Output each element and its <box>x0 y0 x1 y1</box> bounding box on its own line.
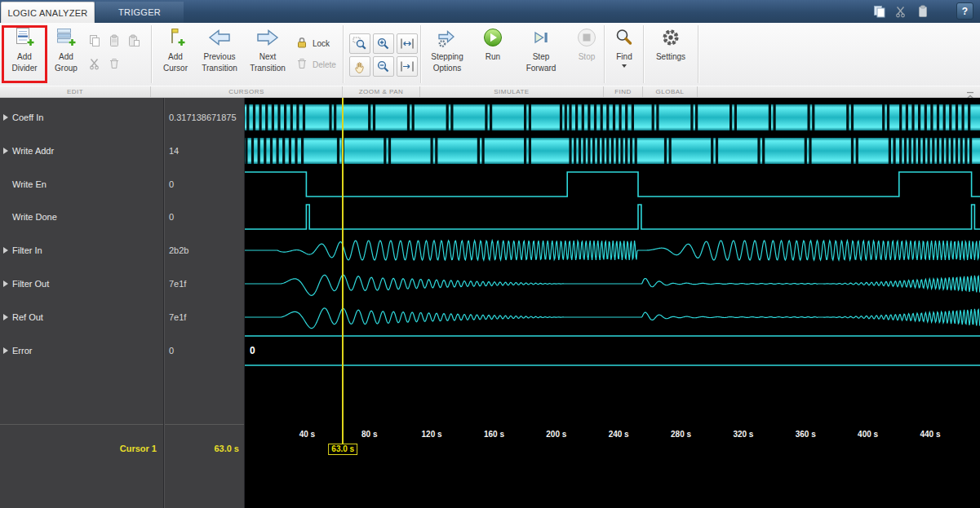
cursor-name-label[interactable]: Cursor 1 <box>0 444 157 453</box>
time-tick-label: 240 s <box>609 430 629 439</box>
zoom-pan-buttons <box>349 33 418 77</box>
run-button[interactable]: Run <box>477 27 509 62</box>
signal-value: 7e1f <box>169 279 186 289</box>
signal-row-coeff-in[interactable]: Coeff In 0.317138671875 <box>0 101 243 134</box>
add-group-button[interactable]: Add Group <box>47 27 85 73</box>
zoom-region-icon[interactable] <box>349 33 370 54</box>
stepping-options-icon <box>437 27 458 51</box>
button-label: Delete <box>313 60 336 69</box>
stop-button[interactable]: Stop <box>571 27 602 62</box>
paste-icon[interactable] <box>915 3 931 20</box>
add-group-icon <box>55 27 77 51</box>
section-label-cursors: CURSORS <box>151 86 343 97</box>
time-tick-label: 40 s <box>299 430 315 439</box>
fit-width-icon[interactable] <box>397 33 418 54</box>
button-label: Cursor <box>163 64 188 73</box>
svg-text:0: 0 <box>250 345 255 356</box>
next-transition-button[interactable]: Next Transition <box>245 27 290 73</box>
button-label: Step <box>533 52 550 62</box>
signal-row-write-addr[interactable]: Write Addr 14 <box>0 135 243 167</box>
signal-row-write-en[interactable]: Write En 0 <box>0 168 243 201</box>
section-label-simulate: SIMULATE <box>420 86 604 97</box>
time-tick-label: 400 s <box>858 430 878 439</box>
expand-triangle-icon[interactable] <box>3 148 8 154</box>
run-icon <box>482 27 503 51</box>
expand-triangle-icon[interactable] <box>3 281 8 287</box>
signal-list-panel: Coeff In 0.317138671875 Write Addr 14 Wr… <box>0 98 245 508</box>
step-forward-button[interactable]: Step Forward <box>516 27 566 73</box>
button-label: Add <box>59 52 73 62</box>
button-label: Next <box>259 52 277 62</box>
settings-button[interactable]: Settings <box>648 27 694 62</box>
waveform-canvas[interactable]: 0 <box>245 98 980 457</box>
delete-cursor-button[interactable]: Delete <box>295 57 336 72</box>
section-separator <box>343 25 344 83</box>
copy-icon[interactable] <box>86 31 103 51</box>
signal-value: 0.317138671875 <box>169 113 237 122</box>
section-label-global: GLOBAL <box>643 86 698 97</box>
signal-name: Write Done <box>12 212 57 222</box>
signal-value: 0 <box>169 179 174 189</box>
help-button[interactable]: ? <box>956 2 973 20</box>
time-tick-label: 280 s <box>671 430 691 439</box>
zoom-out-icon[interactable] <box>373 56 394 77</box>
signal-row-write-done[interactable]: Write Done 0 <box>0 201 243 233</box>
signal-value: 14 <box>169 146 179 156</box>
signal-row-error[interactable]: Error 0 <box>0 334 243 367</box>
time-tick-label: 120 s <box>422 430 442 439</box>
lock-icon <box>295 36 308 51</box>
paste-icon[interactable] <box>106 31 122 51</box>
previous-transition-button[interactable]: Previous Transition <box>198 27 241 73</box>
delete-icon <box>295 57 308 72</box>
add-cursor-button[interactable]: Add Cursor <box>157 27 194 73</box>
tab-logic-analyzer[interactable]: LOGIC ANALYZER <box>1 2 95 23</box>
add-divider-button[interactable]: Add Divider <box>5 27 44 73</box>
cut-icon[interactable] <box>86 54 103 73</box>
expand-triangle-icon[interactable] <box>3 247 8 254</box>
copy-icon[interactable] <box>871 3 887 20</box>
paste-special-icon[interactable] <box>126 31 142 51</box>
lock-button[interactable]: Lock <box>295 36 330 51</box>
arrow-left-icon <box>207 27 232 51</box>
time-tick-label: 80 s <box>361 430 377 439</box>
button-label: Transition <box>202 64 237 73</box>
waveform-area[interactable]: 0 40 s80 s120 s160 s200 s240 s280 s320 s… <box>245 98 980 508</box>
tab-trigger[interactable]: TRIGGER <box>95 2 184 23</box>
signal-value: 2b2b <box>169 245 188 255</box>
expand-triangle-icon[interactable] <box>3 114 8 121</box>
signal-name: Error <box>12 346 32 356</box>
signal-value: 7e1f <box>169 312 186 322</box>
toolstrip: Add Divider Add Group Add Cursor <box>0 23 980 86</box>
gear-icon <box>660 27 681 51</box>
zoom-in-icon[interactable] <box>373 33 394 54</box>
delete-icon[interactable] <box>106 54 122 73</box>
button-label: Run <box>486 52 500 62</box>
cut-icon[interactable] <box>893 3 909 20</box>
signal-name: Write Addr <box>12 146 54 156</box>
cursor-time-value: 63.0 s <box>167 444 239 453</box>
panel-divider <box>0 424 245 425</box>
signal-value: 0 <box>169 212 174 222</box>
column-divider[interactable] <box>163 98 164 508</box>
time-tick-label: 360 s <box>796 430 816 439</box>
time-cursor[interactable] <box>342 98 344 454</box>
time-cursor-flag[interactable]: 63.0 s <box>328 444 357 455</box>
stepping-options-button[interactable]: Stepping Options <box>424 27 470 73</box>
signal-row-filter-in[interactable]: Filter In 2b2b <box>0 234 243 267</box>
signal-row-ref-out[interactable]: Ref Out 7e1f <box>0 301 243 334</box>
zoom-to-cursor-icon[interactable] <box>397 56 418 77</box>
find-button[interactable]: Find <box>607 27 641 68</box>
step-forward-icon <box>530 27 552 51</box>
expand-triangle-icon[interactable] <box>3 347 8 354</box>
section-label-find: FIND <box>604 86 643 97</box>
chevron-down-icon <box>622 64 627 68</box>
signal-value: 0 <box>169 346 174 356</box>
expand-triangle-icon[interactable] <box>3 314 8 320</box>
button-label: Settings <box>656 52 685 62</box>
button-label: Stop <box>579 52 596 62</box>
section-label-edit: EDIT <box>0 86 151 97</box>
panel-edge-divider[interactable] <box>244 98 245 508</box>
signal-row-filter-out[interactable]: Filter Out 7e1f <box>0 267 243 300</box>
pan-hand-icon[interactable] <box>349 56 370 77</box>
button-label: Lock <box>313 39 330 48</box>
